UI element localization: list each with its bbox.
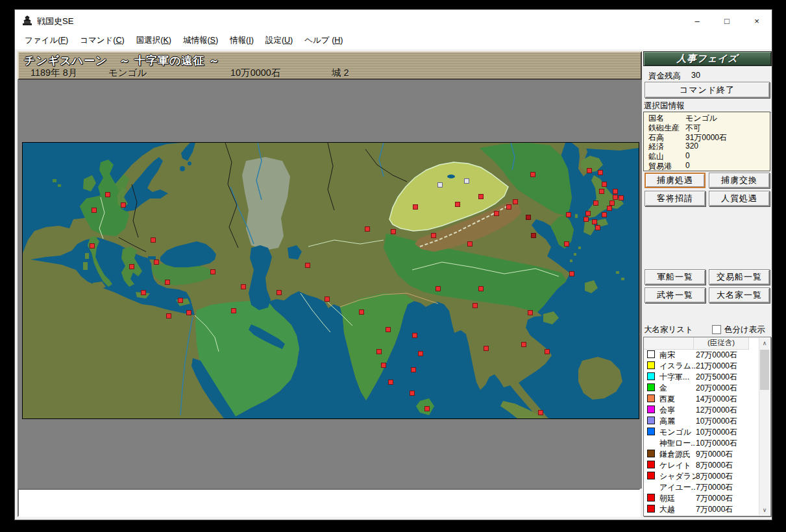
castle-marker[interactable] <box>596 226 600 230</box>
castle-marker[interactable] <box>391 230 396 234</box>
castle-marker[interactable] <box>151 238 156 243</box>
menu-item-1[interactable]: ファイル(F) <box>19 32 74 49</box>
castle-marker[interactable] <box>613 195 618 200</box>
castle-marker[interactable] <box>389 380 393 385</box>
castle-marker[interactable] <box>539 411 543 415</box>
castle-marker[interactable] <box>594 201 598 206</box>
daimyo-row[interactable]: 会寧12万0000石 <box>644 404 749 415</box>
castle-marker[interactable] <box>479 287 484 291</box>
end-command-button[interactable]: コマンド終了 <box>645 82 770 98</box>
overview-button-3[interactable]: 武将一覧 <box>645 287 706 303</box>
castle-marker[interactable] <box>479 195 484 199</box>
castle-marker[interactable] <box>90 244 95 248</box>
daimyo-row[interactable]: 南宋27万0000石 <box>644 349 749 360</box>
castle-marker[interactable] <box>436 287 441 291</box>
daimyo-row[interactable]: 朝廷7万0000石 <box>644 492 749 503</box>
title-bar[interactable]: 戦国史SE – □ × <box>15 10 772 32</box>
castle-marker[interactable] <box>456 202 460 207</box>
castle-marker[interactable] <box>528 311 533 315</box>
personnel-button-3[interactable]: 客将招請 <box>645 191 706 206</box>
castle-marker[interactable] <box>565 242 569 247</box>
minimize-button[interactable]: – <box>682 10 712 32</box>
daimyo-row[interactable]: 金20万0000石 <box>644 382 749 393</box>
castle-marker[interactable] <box>438 183 443 187</box>
menu-item-7[interactable]: ヘルプ (H) <box>299 32 349 49</box>
castle-marker[interactable] <box>598 171 603 175</box>
scroll-down-icon[interactable]: ∨ <box>759 505 770 515</box>
castle-marker[interactable] <box>232 309 236 313</box>
castle-marker[interactable] <box>106 193 110 197</box>
list-scrollbar[interactable]: ∧ ∨ <box>759 338 770 515</box>
castle-marker[interactable] <box>513 200 518 204</box>
menu-item-3[interactable]: 国選択(K) <box>130 32 177 49</box>
castle-marker[interactable] <box>413 205 418 210</box>
castle-marker[interactable] <box>584 217 589 222</box>
castle-marker[interactable] <box>377 350 382 354</box>
castle-marker[interactable] <box>600 189 604 194</box>
castle-marker[interactable] <box>325 297 330 302</box>
castle-marker[interactable] <box>532 234 536 238</box>
castle-marker[interactable] <box>211 270 215 274</box>
castle-marker[interactable] <box>495 212 499 216</box>
castle-marker[interactable] <box>619 196 624 200</box>
castle-marker[interactable] <box>419 352 423 356</box>
castle-marker[interactable] <box>593 220 597 224</box>
castle-marker[interactable] <box>306 263 310 268</box>
menu-item-5[interactable]: 情報(I) <box>224 32 260 49</box>
castle-marker[interactable] <box>154 260 159 265</box>
castle-marker[interactable] <box>360 310 364 315</box>
overview-button-2[interactable]: 交易船一覧 <box>709 269 770 285</box>
scroll-up-icon[interactable]: ∧ <box>759 338 770 348</box>
daimyo-list[interactable]: (臣従含) 南宋27万0000石イスラム...21万0000石十字軍...20万… <box>643 337 771 516</box>
castle-marker[interactable] <box>545 350 550 354</box>
personnel-button-1[interactable]: 捕虜処遇 <box>645 173 706 188</box>
castle-marker[interactable] <box>382 363 386 368</box>
castle-marker[interactable] <box>465 179 469 184</box>
castle-marker[interactable] <box>425 407 430 411</box>
daimyo-row[interactable]: イスラム...21万0000石 <box>644 360 749 371</box>
castle-marker[interactable] <box>608 206 612 211</box>
daimyo-row[interactable]: 大越7万0000石 <box>644 503 749 514</box>
castle-marker[interactable] <box>410 391 415 396</box>
castle-marker[interactable] <box>507 205 511 210</box>
colorize-checkbox[interactable] <box>712 325 721 334</box>
daimyo-row[interactable]: シャダラン8万0000石 <box>644 470 749 481</box>
daimyo-row[interactable]: 西夏14万0000石 <box>644 393 749 404</box>
menu-item-2[interactable]: コマンド(C) <box>74 32 130 49</box>
daimyo-row[interactable]: モンゴル10万0000石 <box>644 426 749 437</box>
menu-item-6[interactable]: 設定(U) <box>260 32 299 49</box>
castle-marker[interactable] <box>241 285 246 289</box>
castle-marker[interactable] <box>484 346 489 351</box>
daimyo-row[interactable]: 鎌倉源氏9万0000石 <box>644 448 749 459</box>
daimyo-row[interactable]: 高麗10万0000石 <box>644 415 749 426</box>
castle-marker[interactable] <box>587 169 592 173</box>
maximize-button[interactable]: □ <box>712 10 742 32</box>
castle-marker[interactable] <box>586 212 591 216</box>
castle-marker[interactable] <box>610 201 615 206</box>
daimyo-row[interactable]: 神聖ロー...10万0000石 <box>644 437 749 448</box>
personnel-button-2[interactable]: 捕虜交換 <box>709 173 770 188</box>
castle-marker[interactable] <box>187 311 191 315</box>
castle-marker[interactable] <box>178 298 183 303</box>
daimyo-row[interactable]: アイユー...7万0000石 <box>644 481 749 492</box>
menu-item-4[interactable]: 城情報(S) <box>177 32 224 49</box>
castle-marker[interactable] <box>526 215 531 220</box>
castle-marker[interactable] <box>613 189 618 194</box>
castle-marker[interactable] <box>141 291 146 295</box>
castle-marker[interactable] <box>570 272 574 276</box>
castle-marker[interactable] <box>602 213 607 217</box>
overview-button-4[interactable]: 大名家一覧 <box>709 287 770 303</box>
castle-marker[interactable] <box>411 368 416 372</box>
castle-marker[interactable] <box>121 203 126 208</box>
castle-marker[interactable] <box>432 234 436 238</box>
castle-marker[interactable] <box>413 333 417 338</box>
castle-marker[interactable] <box>468 242 473 247</box>
world-map[interactable] <box>22 142 639 419</box>
castle-marker[interactable] <box>602 182 607 187</box>
castle-marker[interactable] <box>531 173 535 177</box>
daimyo-row[interactable]: ケレイト8万0000石 <box>644 459 749 470</box>
overview-button-1[interactable]: 軍船一覧 <box>645 269 706 285</box>
castle-marker[interactable] <box>277 291 282 295</box>
personnel-button-4[interactable]: 人質処遇 <box>709 191 770 206</box>
castle-marker[interactable] <box>567 213 571 217</box>
